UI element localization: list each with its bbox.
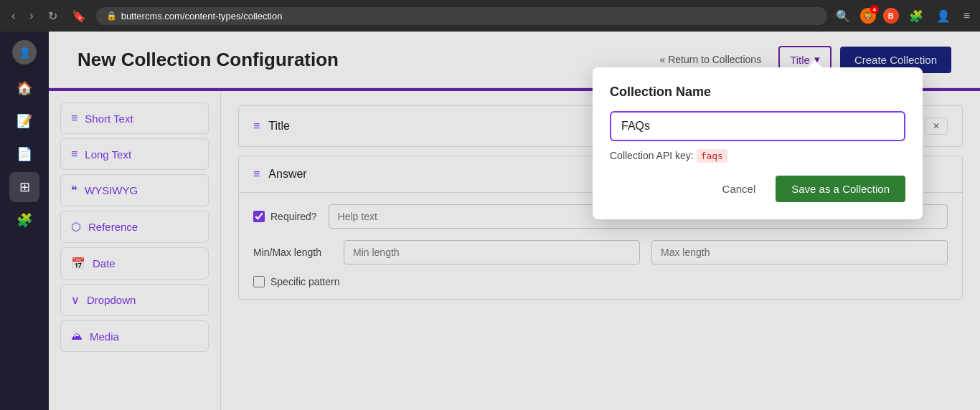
sidebar-item-plugins[interactable]: 🧩 (9, 205, 39, 235)
sidebar: 👤 🏠 📝 📄 ⊞ 🧩 (0, 32, 49, 410)
sidebar-item-blog[interactable]: 📝 (9, 106, 39, 136)
browser-chrome: ‹ › ↻ 🔖 🔒 buttercms.com/content-types/co… (0, 0, 980, 32)
brave-logo[interactable]: B (883, 8, 899, 24)
browser-actions: 🔍 🦁 4 B 🧩 👤 ≡ (833, 6, 973, 26)
collection-name-modal: Collection Name Collection API key: faqs… (593, 67, 923, 219)
avatar-icon: 👤 (19, 47, 31, 58)
forward-button[interactable]: › (25, 6, 37, 25)
brave-shield-button[interactable]: 🦁 4 (860, 8, 876, 24)
modal-actions: Cancel Save as a Collection (610, 176, 905, 202)
collection-name-input[interactable] (610, 111, 905, 141)
lock-icon: 🔒 (106, 11, 117, 21)
save-collection-button[interactable]: Save as a Collection (776, 176, 905, 202)
user-avatar[interactable]: 👤 (12, 40, 37, 65)
page-icon: 📄 (17, 146, 32, 162)
modal-title: Collection Name (610, 85, 905, 100)
profile-button[interactable]: 👤 (933, 6, 953, 26)
reload-button[interactable]: ↻ (44, 6, 62, 26)
bookmark-button[interactable]: 🔖 (67, 6, 90, 26)
url-text: buttercms.com/content-types/collection (121, 11, 283, 22)
sidebar-item-page[interactable]: 📄 (9, 139, 39, 169)
api-key-row: Collection API key: faqs (610, 150, 905, 161)
home-icon: 🏠 (17, 80, 32, 96)
api-key-label: Collection API key: (610, 150, 694, 161)
menu-button[interactable]: ≡ (961, 6, 973, 25)
sidebar-item-home[interactable]: 🏠 (9, 73, 39, 103)
api-key-value: faqs (697, 149, 727, 163)
extensions-button[interactable]: 🧩 (906, 6, 926, 26)
cancel-button[interactable]: Cancel (711, 176, 768, 202)
content-area: New Collection Configuration « Return to… (49, 32, 980, 410)
brave-badge: 4 (870, 5, 879, 14)
collections-icon: ⊞ (19, 179, 30, 195)
address-bar[interactable]: 🔒 buttercms.com/content-types/collection (96, 7, 827, 25)
modal-arrow (808, 60, 822, 67)
search-icon-btn[interactable]: 🔍 (833, 6, 853, 26)
blog-icon: 📝 (17, 113, 32, 129)
sidebar-item-collections[interactable]: ⊞ (9, 172, 39, 202)
back-button[interactable]: ‹ (7, 6, 19, 25)
plugins-icon: 🧩 (17, 212, 32, 228)
main-layout: 👤 🏠 📝 📄 ⊞ 🧩 New Collection Configuration… (0, 32, 980, 410)
